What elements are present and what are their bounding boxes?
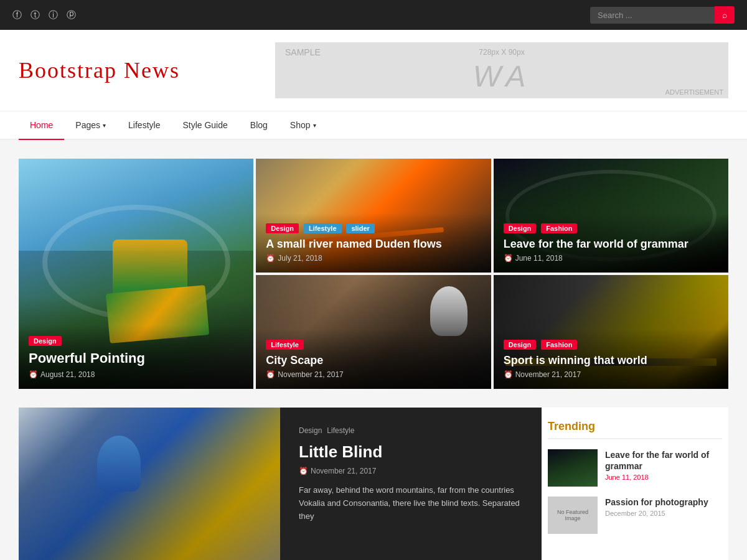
nav-blog[interactable]: Blog [239, 111, 279, 140]
grammar-card-date: ⏰ June 11, 2018 [504, 254, 718, 263]
trending-item-2[interactable]: No FeaturedImage Passion for photography… [548, 497, 722, 534]
nav-pages[interactable]: Pages ▾ [64, 111, 117, 140]
feature-title[interactable]: Little Blind [299, 442, 523, 462]
ad-size-label: 728px X 90px [479, 48, 524, 57]
trending-date-2: December 20, 2015 [605, 510, 708, 517]
cityscape-card-date: ⏰ November 21, 2017 [266, 370, 481, 379]
hero-card-grammar[interactable]: Design Fashion Leave for the far world o… [494, 159, 728, 273]
cityscape-card-title: City Scape [266, 353, 481, 368]
nav-shop[interactable]: Shop ▾ [279, 111, 327, 140]
hero-card-cityscape[interactable]: Lifestyle City Scape ⏰ November 21, 2017 [256, 275, 491, 389]
shop-dropdown-arrow: ▾ [313, 122, 316, 129]
duden-badge-design[interactable]: Design [266, 223, 299, 233]
trending-thumb-1 [548, 449, 598, 487]
duden-card-date: ⏰ July 21, 2018 [266, 254, 481, 263]
trending-date-1: June 11, 2018 [605, 474, 722, 481]
feature-text-panel: Design Lifestyle Little Blind ⏰ November… [280, 408, 542, 560]
social-icons: ⓕ ⓣ ⓘ ⓟ [12, 9, 76, 21]
clock-icon-6: ⏰ [299, 467, 308, 475]
trending-title-1[interactable]: Leave for the far world of grammar [605, 449, 722, 472]
advertisement-label: ADVERTISEMENT [665, 88, 723, 96]
feature-article: Design Lifestyle Little Blind ⏰ November… [19, 408, 542, 560]
feature-tag-lifestyle[interactable]: Lifestyle [327, 426, 354, 435]
instagram-icon[interactable]: ⓘ [49, 9, 58, 21]
clock-icon-3: ⏰ [504, 254, 513, 263]
ad-sample-text: WA [473, 59, 530, 93]
site-title[interactable]: Bootstrap News [19, 57, 180, 83]
sport-card-date: ⏰ November 21, 2017 [504, 370, 718, 379]
main-content: Design Powerful Pointing ⏰ August 21, 20… [0, 140, 747, 560]
feature-tags: Design Lifestyle [299, 426, 523, 435]
sport-badge-design[interactable]: Design [504, 340, 537, 350]
feature-image [19, 408, 280, 560]
ad-sample-label: SAMPLE [285, 47, 321, 57]
navbar: Home Pages ▾ Lifestyle Style Guide Blog … [0, 111, 747, 140]
trending-thumb-2: No FeaturedImage [548, 497, 598, 534]
duden-card-title: A small river named Duden flows [266, 237, 481, 251]
hero-card-duden[interactable]: Design Lifestyle slider A small river na… [256, 159, 491, 273]
grammar-badge-fashion[interactable]: Fashion [541, 223, 577, 233]
large-card-date: ⏰ August 21, 2018 [29, 370, 243, 379]
clock-icon-2: ⏰ [266, 254, 275, 263]
duden-badge-slider[interactable]: slider [346, 223, 374, 233]
clock-icon: ⏰ [29, 370, 38, 379]
search-bar: ⌕ [590, 6, 735, 24]
clock-icon-5: ⏰ [504, 370, 513, 379]
twitter-icon[interactable]: ⓣ [31, 9, 40, 21]
trending-text-2: Passion for photography December 20, 201… [605, 497, 708, 517]
grammar-card-title: Leave for the far world of grammar [504, 237, 718, 251]
feature-description: Far away, behind the word mountains, far… [299, 484, 523, 523]
search-input[interactable] [590, 7, 715, 24]
cityscape-badge-lifestyle[interactable]: Lifestyle [266, 340, 304, 350]
pinterest-icon[interactable]: ⓟ [67, 9, 76, 21]
hero-grid: Design Powerful Pointing ⏰ August 21, 20… [19, 159, 728, 389]
duden-badge-lifestyle[interactable]: Lifestyle [304, 223, 342, 233]
content-with-sidebar: Design Lifestyle Little Blind ⏰ November… [19, 408, 728, 560]
trending-item-1[interactable]: Leave for the far world of grammar June … [548, 449, 722, 487]
pages-dropdown-arrow: ▾ [103, 122, 106, 129]
large-card-badge[interactable]: Design [29, 336, 62, 346]
sport-badge-fashion[interactable]: Fashion [541, 340, 577, 350]
grammar-card-overlay: Design Fashion Leave for the far world o… [494, 213, 728, 273]
nav-home[interactable]: Home [19, 111, 64, 140]
feature-meta: ⏰ November 21, 2017 [299, 467, 523, 475]
sport-card-title: Sport is winning that world [504, 353, 718, 368]
large-card-overlay: Design Powerful Pointing ⏰ August 21, 20… [19, 325, 253, 389]
nav-style-guide[interactable]: Style Guide [171, 111, 238, 140]
feature-tag-design[interactable]: Design [299, 426, 322, 435]
nav-lifestyle[interactable]: Lifestyle [117, 111, 171, 140]
clock-icon-4: ⏰ [266, 370, 275, 379]
trending-title: Trending [548, 420, 722, 439]
header: Bootstrap News 728px X 90px WA SAMPLE AD… [0, 30, 747, 111]
facebook-icon[interactable]: ⓕ [12, 9, 22, 21]
trending-text-1: Leave for the far world of grammar June … [605, 449, 722, 481]
trending-section: Trending Leave for the far world of gram… [542, 408, 728, 560]
large-card-title: Powerful Pointing [29, 350, 243, 368]
grammar-badge-design[interactable]: Design [504, 223, 537, 233]
ad-banner: 728px X 90px WA SAMPLE ADVERTISEMENT [275, 42, 728, 98]
hero-large-card[interactable]: Design Powerful Pointing ⏰ August 21, 20… [19, 159, 253, 389]
search-button[interactable]: ⌕ [715, 6, 735, 24]
trending-title-2[interactable]: Passion for photography [605, 497, 708, 508]
topbar: ⓕ ⓣ ⓘ ⓟ ⌕ [0, 0, 747, 30]
sport-card-overlay: Design Fashion Sport is winning that wor… [494, 329, 728, 389]
hero-card-sport[interactable]: Design Fashion Sport is winning that wor… [494, 275, 728, 389]
duden-card-overlay: Design Lifestyle slider A small river na… [256, 213, 491, 273]
cityscape-card-overlay: Lifestyle City Scape ⏰ November 21, 2017 [256, 329, 491, 389]
